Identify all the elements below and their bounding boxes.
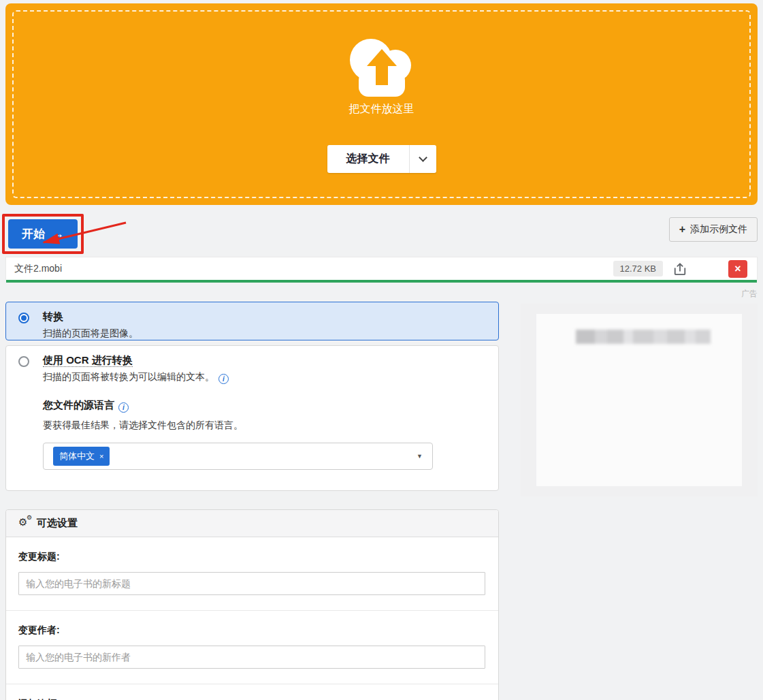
source-language-section: 您文件的源语言i 要获得最佳结果，请选择文件包含的所有语言。 简体中文 × ▼ [43,399,433,470]
choose-file-dropdown-toggle[interactable] [409,145,436,173]
remove-file-button[interactable]: × [728,260,747,278]
choose-file-button[interactable]: 选择文件 [327,145,409,173]
close-icon: × [734,263,741,274]
dropzone-hint: 把文件放这里 [349,102,415,116]
source-language-label: 您文件的源语言i [43,399,433,413]
radio-convert-selected[interactable] [18,313,29,323]
option-ocr-description: 扫描的页面将被转换为可以编辑的文本。i [43,371,433,384]
choose-file-split-button: 选择文件 [327,145,436,173]
start-button[interactable]: 开始 → [8,219,78,249]
option-ocr-title[interactable]: 使用 OCR 进行转换 [43,354,433,367]
plus-icon: + [679,225,685,234]
optional-settings-panel: ⚙ ⚙ 可选设置 变更标题: 变更作者: 添加边框: cm [5,509,499,700]
language-tag-label: 简体中文 [59,450,95,462]
change-author-label: 变更作者: [18,624,486,637]
toolbar-row: 开始 → + 添加示例文件 [0,205,763,255]
option-ocr: 使用 OCR 进行转换 扫描的页面将被转换为可以编辑的文本。i 您文件的源语言i… [5,345,499,491]
blurred-ad-text [576,330,711,344]
info-icon[interactable]: i [118,402,129,413]
radio-ocr-unselected[interactable] [18,356,29,367]
option-convert-description: 扫描的页面将是图像。 [43,328,138,340]
language-tag: 简体中文 × [53,447,110,466]
file-size-badge: 12.72 KB [613,261,664,276]
cloud-upload-icon [344,35,420,98]
chevron-down-icon: ▼ [417,453,423,460]
uploaded-file-row: 文件2.mobi 12.72 KB × [5,257,758,280]
annotation-box: 开始 → [2,214,84,254]
language-select[interactable]: 简体中文 × ▼ [43,443,433,470]
ad-content-placeholder [536,314,742,486]
gears-icon: ⚙ ⚙ [18,518,31,529]
change-author-group: 变更作者: [6,610,498,684]
change-author-input[interactable] [18,646,485,669]
start-button-label: 开始 [22,226,45,242]
change-title-input[interactable] [18,572,485,595]
add-example-file-label: 添加示例文件 [690,223,747,236]
change-title-group: 变更标题: [6,537,498,610]
change-title-label: 变更标题: [18,551,486,563]
chevron-down-icon [419,153,427,162]
add-example-file-button[interactable]: + 添加示例文件 [669,217,758,242]
source-language-hint: 要获得最佳结果，请选择文件包含的所有语言。 [43,419,433,432]
optional-settings-header: ⚙ ⚙ 可选设置 [6,510,498,537]
arrow-right-icon: → [52,227,64,241]
ad-label: 广告 [521,288,758,300]
upload-progress-bar [6,280,757,283]
file-dropzone[interactable]: 把文件放这里 选择文件 [5,3,758,205]
optional-settings-title: 可选设置 [37,517,78,530]
ad-container [521,304,758,496]
add-border-group: 添加边框: cm [6,684,498,700]
file-name: 文件2.mobi [14,263,62,275]
option-convert[interactable]: 转换 扫描的页面将是图像。 [5,302,499,340]
option-convert-title: 转换 [43,311,138,323]
upload-complete-icon [672,262,687,276]
info-icon[interactable]: i [218,374,229,384]
tag-remove-icon[interactable]: × [99,452,103,460]
